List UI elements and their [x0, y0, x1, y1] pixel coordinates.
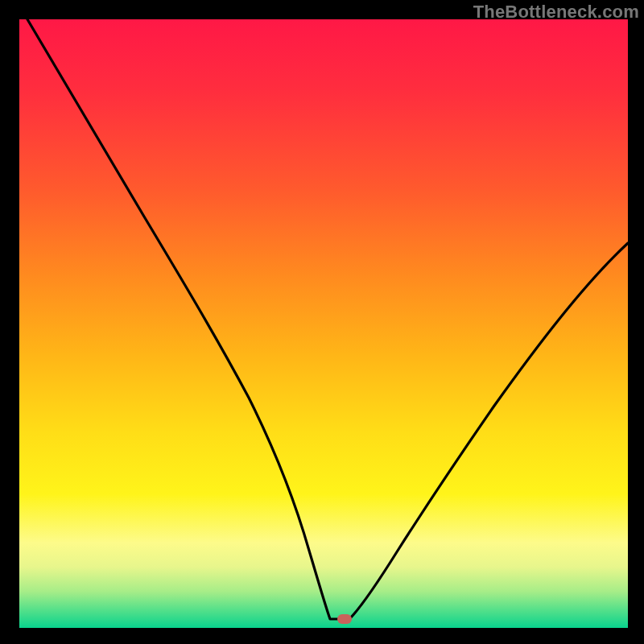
minimum-marker [337, 614, 352, 624]
watermark-text: TheBottleneck.com [473, 2, 639, 23]
bottleneck-curve [19, 19, 628, 628]
chart-stage: TheBottleneck.com [0, 0, 644, 644]
